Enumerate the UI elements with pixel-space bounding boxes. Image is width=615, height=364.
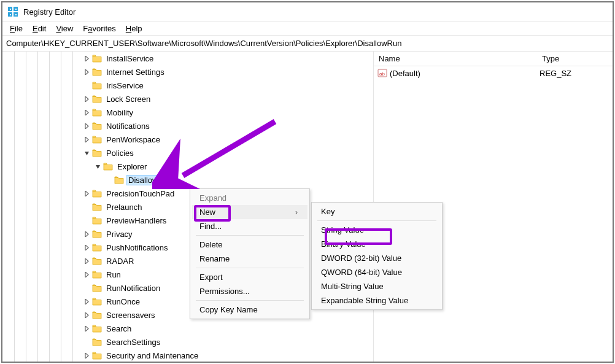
menu-separator — [196, 268, 304, 268]
tree-node[interactable]: Explorer — [2, 160, 373, 173]
chevron-right-icon[interactable] — [82, 257, 91, 265]
column-name[interactable]: Name — [374, 54, 540, 63]
menu-favorites[interactable]: Favorites — [78, 23, 120, 34]
svg-rect-6 — [10, 14, 11, 15]
chevron-right-icon[interactable] — [82, 351, 91, 360]
tree-node-label[interactable]: Mobility — [104, 107, 135, 118]
tree-node-label[interactable]: DisallowRun — [126, 175, 174, 185]
chevron-right-icon[interactable] — [82, 95, 91, 103]
menu-item-delete[interactable]: Delete — [192, 238, 308, 252]
menu-item-export[interactable]: Export — [192, 270, 308, 284]
menu-item-expandable-string-value[interactable]: Expandable String Value — [314, 293, 440, 308]
tree-node-label[interactable]: RunNotification — [104, 283, 162, 293]
tree-node-label[interactable]: Lock Screen — [104, 94, 152, 104]
tree-node[interactable]: Search — [2, 322, 373, 335]
menu-edit[interactable]: Edit — [28, 23, 51, 34]
tree-node-label[interactable]: PushNotifications — [104, 242, 169, 253]
chevron-right-icon[interactable] — [82, 230, 91, 238]
tree-node-label[interactable]: RunOnce — [104, 296, 142, 307]
tree-node[interactable]: Internet Settings — [2, 65, 373, 79]
chevron-right-icon[interactable] — [82, 311, 91, 319]
context-menu-key[interactable]: ExpandNew›Find...DeleteRenameExportPermi… — [190, 188, 310, 319]
menu-item-label: Permissions... — [199, 287, 250, 296]
menu-item-multi-string-value[interactable]: Multi-String Value — [314, 279, 440, 293]
chevron-right-icon[interactable] — [82, 297, 91, 306]
chevron-down-icon[interactable] — [93, 162, 102, 171]
tree-node-label[interactable]: PreviewHandlers — [104, 215, 168, 226]
tree-node-label[interactable]: RADAR — [104, 256, 136, 266]
tree-node-label[interactable]: Screensavers — [104, 310, 157, 320]
tree-node[interactable]: PenWorkspace — [2, 133, 373, 146]
tree-node-label[interactable]: Prelaunch — [104, 202, 144, 212]
expander-placeholder — [82, 216, 91, 225]
tree-node[interactable]: Policies — [2, 146, 373, 160]
menu-item-dword-32-bit-value[interactable]: DWORD (32-bit) Value — [314, 251, 440, 265]
tree-node[interactable]: Lock Screen — [2, 92, 373, 106]
value-row[interactable]: ab(Default)REG_SZ — [374, 66, 613, 80]
tree-node[interactable]: PrecisionTouchPad — [2, 187, 373, 200]
tree-node[interactable]: Notifications — [2, 119, 373, 133]
menu-file[interactable]: File — [5, 23, 28, 34]
tree-node[interactable]: SearchSettings — [2, 335, 373, 349]
column-type[interactable]: Type — [540, 54, 613, 63]
address-bar[interactable]: Computer\HKEY_CURRENT_USER\Software\Micr… — [2, 36, 613, 52]
folder-icon — [92, 311, 102, 319]
tree-node[interactable]: Mobility — [2, 106, 373, 119]
chevron-right-icon[interactable] — [82, 324, 91, 333]
titlebar: Registry Editor — [2, 2, 613, 21]
menu-item-rename[interactable]: Rename — [192, 252, 308, 266]
chevron-right-icon[interactable] — [82, 243, 91, 252]
menu-item-label: Delete — [199, 240, 223, 249]
tree-node-label[interactable]: Notifications — [104, 121, 152, 131]
folder-icon — [92, 338, 102, 346]
svg-rect-4 — [10, 9, 11, 10]
tree-node-label[interactable]: Run — [104, 269, 123, 280]
tree-node[interactable]: Screensavers — [2, 308, 373, 322]
folder-icon — [92, 81, 102, 90]
chevron-right-icon[interactable] — [82, 68, 91, 76]
folder-icon — [92, 203, 102, 211]
folder-icon — [92, 68, 102, 76]
tree-node[interactable]: IrisService — [2, 79, 373, 92]
context-submenu-new[interactable]: KeyString ValueBinary ValueDWORD (32-bit… — [311, 202, 443, 310]
tree-node-label[interactable]: IrisService — [104, 80, 145, 91]
menu-item-qword-64-bit-value[interactable]: QWORD (64-bit) Value — [314, 265, 440, 279]
chevron-right-icon[interactable] — [82, 189, 91, 198]
tree-node-label[interactable]: Explorer — [115, 161, 149, 172]
chevron-right-icon[interactable] — [82, 135, 91, 144]
value-type: REG_SZ — [540, 69, 571, 78]
tree-node-label[interactable]: Policies — [104, 148, 136, 158]
chevron-right-icon[interactable] — [82, 270, 91, 279]
tree-node-label[interactable]: PenWorkspace — [104, 134, 162, 145]
app-icon — [7, 6, 18, 17]
tree-node-label[interactable]: Privacy — [104, 229, 134, 239]
chevron-right-icon[interactable] — [82, 108, 91, 117]
chevron-down-icon[interactable] — [82, 149, 91, 157]
tree-node-label[interactable]: SearchSettings — [104, 337, 162, 347]
folder-icon — [92, 297, 102, 306]
tree-node[interactable]: Security and Maintenance — [2, 349, 373, 362]
menu-item-key[interactable]: Key — [314, 204, 440, 219]
menu-help[interactable]: Help — [121, 23, 147, 34]
tree-node-label[interactable]: PrecisionTouchPad — [104, 188, 176, 199]
folder-icon — [92, 149, 102, 157]
tree-node-label[interactable]: Search — [104, 323, 133, 334]
menu-view[interactable]: View — [51, 23, 78, 34]
menu-item-binary-value[interactable]: Binary Value — [314, 237, 440, 251]
svg-rect-5 — [15, 9, 17, 10]
menu-item-label: Copy Key Name — [199, 305, 258, 314]
menu-item-expand: Expand — [192, 191, 308, 205]
menu-item-find[interactable]: Find... — [192, 219, 308, 233]
chevron-right-icon[interactable] — [82, 122, 91, 130]
tree-node-label[interactable]: InstallService — [104, 53, 155, 64]
chevron-right-icon[interactable] — [82, 54, 91, 63]
menu-item-string-value[interactable]: String Value — [314, 223, 440, 237]
menu-item-copy-key-name[interactable]: Copy Key Name — [192, 303, 308, 317]
tree-node[interactable]: DisallowRun — [2, 173, 373, 187]
menu-item-new[interactable]: New› — [192, 205, 308, 219]
tree-node-label[interactable]: Security and Maintenance — [104, 350, 200, 361]
tree-node[interactable]: InstallService — [2, 52, 373, 65]
svg-rect-7 — [15, 14, 17, 15]
menu-item-permissions[interactable]: Permissions... — [192, 284, 308, 298]
tree-node-label[interactable]: Internet Settings — [104, 67, 166, 77]
